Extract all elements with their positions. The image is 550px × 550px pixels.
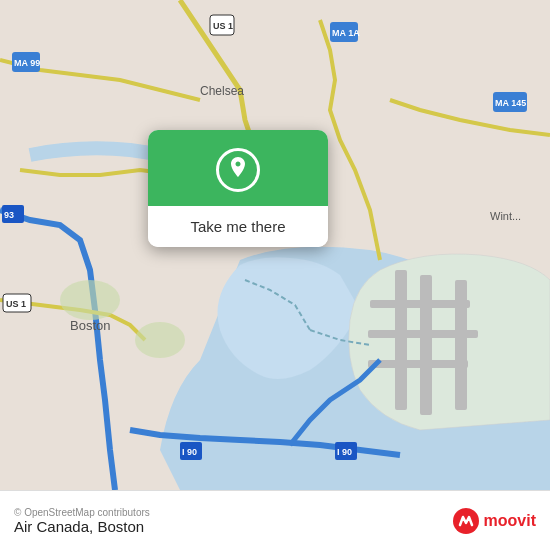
svg-text:MA 145: MA 145 <box>495 98 526 108</box>
location-title: Air Canada, Boston <box>14 518 150 535</box>
svg-point-8 <box>135 322 185 358</box>
svg-text:Boston: Boston <box>70 318 110 333</box>
popup-header <box>148 130 328 206</box>
take-me-there-button[interactable]: Take me there <box>148 206 328 247</box>
svg-rect-1 <box>395 270 407 410</box>
attribution-text: © OpenStreetMap contributors <box>14 507 150 518</box>
bottom-left-info: © OpenStreetMap contributors Air Canada,… <box>14 507 150 535</box>
svg-rect-5 <box>368 330 478 338</box>
svg-text:93: 93 <box>4 210 14 220</box>
bottom-bar: © OpenStreetMap contributors Air Canada,… <box>0 490 550 550</box>
svg-text:US 1: US 1 <box>213 21 233 31</box>
moovit-logo: moovit <box>452 507 536 535</box>
svg-rect-4 <box>370 300 470 308</box>
svg-text:I 90: I 90 <box>337 447 352 457</box>
map-view: Chelsea Boston Wint... US 1 MA 99 MA 1A … <box>0 0 550 490</box>
svg-text:MA 99: MA 99 <box>14 58 40 68</box>
svg-rect-6 <box>368 360 468 368</box>
moovit-text: moovit <box>484 512 536 530</box>
svg-text:Wint...: Wint... <box>490 210 521 222</box>
svg-rect-3 <box>455 280 467 410</box>
svg-point-7 <box>60 280 120 320</box>
location-popup: Take me there <box>148 130 328 247</box>
svg-text:MA 1A: MA 1A <box>332 28 360 38</box>
svg-text:I 90: I 90 <box>182 447 197 457</box>
svg-rect-2 <box>420 275 432 415</box>
svg-text:Chelsea: Chelsea <box>200 84 244 98</box>
location-pin-icon <box>216 148 260 192</box>
moovit-icon <box>452 507 480 535</box>
svg-text:US 1: US 1 <box>6 299 26 309</box>
